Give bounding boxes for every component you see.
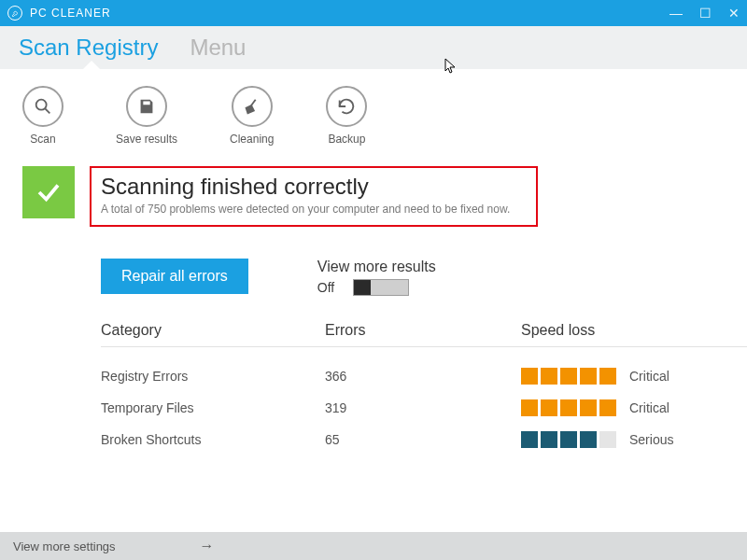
cell-speed: Critical xyxy=(521,368,747,385)
speed-blocks xyxy=(521,399,616,416)
more-settings-label: View more settings xyxy=(13,539,116,553)
cell-category: Registry Errors xyxy=(101,369,325,384)
view-more-toggle[interactable] xyxy=(353,279,409,296)
cell-errors: 319 xyxy=(325,400,521,415)
window-controls: — ☐ ✕ xyxy=(669,6,740,21)
scan-label: Scan xyxy=(30,133,55,146)
speed-blocks xyxy=(521,368,616,385)
controls-row: Repair all errors View more results Off xyxy=(101,259,747,296)
svg-point-0 xyxy=(36,100,47,110)
view-more-label: View more results xyxy=(317,259,436,275)
arrow-right-icon: → xyxy=(200,538,215,554)
speed-blocks xyxy=(521,431,616,448)
success-badge xyxy=(22,166,75,218)
status-detail: A total of 750 problems were detected on… xyxy=(101,203,510,216)
status-row: Scanning finished correctly A total of 7… xyxy=(0,166,747,227)
cell-errors: 366 xyxy=(325,369,521,384)
cell-category: Temporary Files xyxy=(101,400,325,415)
tab-menu[interactable]: Menu xyxy=(190,35,246,61)
scan-button[interactable]: Scan xyxy=(22,86,63,146)
svg-line-1 xyxy=(45,108,49,113)
col-category: Category xyxy=(101,322,325,339)
save-results-button[interactable]: Save results xyxy=(116,86,177,146)
table-header: Category Errors Speed loss xyxy=(101,322,747,347)
app-icon xyxy=(7,6,22,21)
magnifier-icon xyxy=(22,86,63,127)
cleaning-label: Cleaning xyxy=(230,133,274,146)
toolbar: Scan Save results Cleaning Backup xyxy=(0,69,747,166)
table-row: Broken Shortcuts65Serious xyxy=(101,424,747,455)
restore-icon xyxy=(326,86,367,127)
toggle-state-label: Off xyxy=(317,280,334,295)
severity-label: Critical xyxy=(629,400,669,415)
tab-scan-registry[interactable]: Scan Registry xyxy=(19,35,158,61)
save-label: Save results xyxy=(116,133,177,146)
repair-all-button[interactable]: Repair all errors xyxy=(101,259,248,294)
col-errors: Errors xyxy=(325,322,521,339)
maximize-button[interactable]: ☐ xyxy=(699,6,712,21)
cell-speed: Critical xyxy=(521,399,747,416)
save-icon xyxy=(126,86,167,127)
col-speed: Speed loss xyxy=(521,322,747,339)
footer-bar[interactable]: View more settings → xyxy=(0,532,747,560)
severity-label: Serious xyxy=(629,432,673,447)
severity-label: Critical xyxy=(629,369,669,384)
backup-label: Backup xyxy=(328,133,365,146)
minimize-button[interactable]: — xyxy=(669,6,683,21)
titlebar: PC CLEANER — ☐ ✕ xyxy=(0,0,747,26)
table-row: Registry Errors366Critical xyxy=(101,360,747,392)
app-title: PC CLEANER xyxy=(30,7,669,20)
close-button[interactable]: ✕ xyxy=(728,6,740,21)
svg-line-2 xyxy=(251,100,256,105)
cell-category: Broken Shortcuts xyxy=(101,432,325,447)
cell-speed: Serious xyxy=(521,431,747,448)
table-row: Temporary Files319Critical xyxy=(101,392,747,424)
status-message: Scanning finished correctly A total of 7… xyxy=(90,166,538,227)
results-table: Category Errors Speed loss Registry Erro… xyxy=(101,322,747,455)
nav-tabs: Scan Registry Menu xyxy=(0,26,747,69)
broom-icon xyxy=(232,86,273,127)
status-headline: Scanning finished correctly xyxy=(101,174,510,200)
active-tab-indicator xyxy=(82,61,101,70)
cell-errors: 65 xyxy=(325,432,521,447)
check-icon xyxy=(35,178,63,206)
backup-button[interactable]: Backup xyxy=(326,86,367,146)
cleaning-button[interactable]: Cleaning xyxy=(230,86,274,146)
